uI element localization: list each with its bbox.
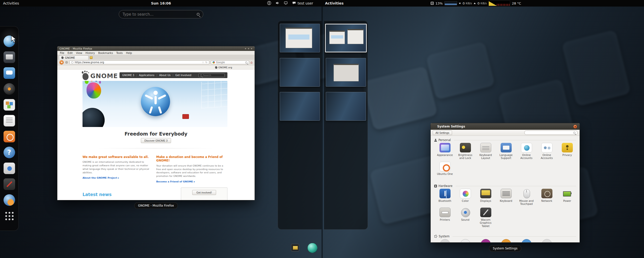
discover-gnome3-button[interactable]: Discover GNOME 3: [141, 138, 171, 143]
settings-item-language-support[interactable]: Language Support: [496, 143, 516, 160]
forward-button[interactable]: [65, 61, 68, 64]
workspace-thumbnail-5[interactable]: [280, 92, 320, 121]
gnome-logo[interactable]: GNOME: [83, 72, 118, 80]
menu-view[interactable]: View: [76, 51, 82, 54]
bookmark-star-icon[interactable]: ☆: [202, 61, 204, 64]
settings-item-power[interactable]: Power: [557, 189, 577, 206]
show-applications-button[interactable]: [4, 210, 15, 222]
dash-item-system-tool[interactable]: [4, 178, 15, 190]
system-item-icon-partial[interactable]: [521, 239, 532, 243]
workspace-thumbnail-3[interactable]: [280, 58, 320, 87]
settings-titlebar[interactable]: System Settings: [431, 123, 580, 130]
temperature-value[interactable]: 28 °C: [512, 2, 521, 5]
close-button[interactable]: [251, 48, 253, 50]
settings-item-privacy[interactable]: Privacy: [557, 143, 577, 160]
volume-icon[interactable]: [275, 1, 279, 6]
display-input-icon[interactable]: [284, 1, 288, 6]
user-menu[interactable]: test user: [292, 1, 313, 6]
about-gnome-link[interactable]: About the GNOME Project ▸: [83, 176, 119, 179]
settings-search-input[interactable]: [527, 131, 573, 134]
settings-item-keyboard-layout[interactable]: Keyboard Layout: [475, 143, 496, 160]
dash-item-photo-manager[interactable]: [4, 99, 15, 111]
system-item-icon-partial[interactable]: [440, 239, 450, 243]
reload-icon[interactable]: ↻: [205, 61, 207, 64]
activities-button-left[interactable]: Activities: [2, 0, 21, 7]
workspace-thumbnail-6[interactable]: [326, 92, 366, 121]
bookmark-gnome-org[interactable]: GNOME.org: [214, 66, 233, 69]
nav-about-us[interactable]: About Us: [159, 74, 171, 77]
firefox-titlebar[interactable]: GNOME - Mozilla Firefox: [57, 46, 255, 51]
search-go-icon[interactable]: [245, 61, 247, 63]
minimize-button[interactable]: [245, 48, 247, 50]
settings-item-brightness-and-lock[interactable]: Brightness and Lock: [455, 143, 475, 160]
nav-get-involved[interactable]: Get Involved: [175, 74, 191, 77]
maximize-button[interactable]: [248, 48, 250, 50]
settings-item-mouse-and-touchpad[interactable]: Mouse and Touchpad: [516, 189, 537, 206]
dash-item-chat[interactable]: [4, 67, 15, 79]
web-search-input[interactable]: [216, 61, 244, 64]
settings-item-displays[interactable]: Displays: [475, 189, 496, 206]
clock[interactable]: Sun 16:06: [149, 0, 172, 7]
system-settings-window[interactable]: System Settings All Settings Personal Ap…: [430, 123, 580, 243]
menu-bookmarks[interactable]: Bookmarks: [98, 51, 113, 54]
menu-tools[interactable]: Tools: [116, 51, 123, 54]
nav-gnome3[interactable]: GNOME 3: [122, 74, 134, 77]
firefox-window[interactable]: GNOME - Mozilla Firefox File Edit View H…: [57, 46, 255, 200]
firefox-menubar: File Edit View History Bookmarks Tools H…: [57, 51, 255, 55]
dash-item-media-player[interactable]: [4, 83, 15, 95]
dash-item-mail[interactable]: [4, 51, 15, 63]
settings-item-sound[interactable]: Sound: [455, 208, 475, 228]
cpu-history-graph[interactable]: [445, 1, 457, 5]
dash-item-help[interactable]: ?: [4, 147, 15, 158]
workspace-thumbnail-4[interactable]: [326, 58, 366, 87]
dash-item-document-viewer[interactable]: [4, 115, 15, 126]
menu-edit[interactable]: Edit: [68, 51, 73, 54]
net-down-value[interactable]: 0: [463, 2, 465, 5]
friend-of-gnome-link[interactable]: Become a Friend of GNOME ▸: [156, 180, 195, 183]
dash-item-internet-app[interactable]: [4, 194, 15, 206]
net-up-value[interactable]: 0: [477, 2, 479, 5]
settings-item-keyboard[interactable]: Keyboard: [496, 189, 516, 206]
system-item-icon-partial[interactable]: [542, 239, 552, 243]
close-button[interactable]: [573, 125, 577, 128]
settings-item-appearance[interactable]: Appearance: [435, 143, 455, 160]
workspace-thumbnail-1[interactable]: [280, 24, 320, 52]
back-button[interactable]: [59, 60, 64, 64]
settings-item-ubuntu-one[interactable]: Ubuntu One: [435, 162, 455, 175]
personal-grid: Appearance Brightness and Lock Keyboard …: [435, 143, 577, 175]
tray-windows-icon[interactable]: [291, 244, 299, 251]
settings-item-network[interactable]: Network: [537, 189, 557, 206]
workspace-thumbnail-2-active[interactable]: [325, 24, 367, 52]
accessibility-icon[interactable]: [267, 1, 271, 6]
system-item-icon-partial[interactable]: [460, 239, 470, 243]
settings-item-color[interactable]: Color: [455, 189, 475, 206]
settings-item-bluetooth[interactable]: Bluetooth: [435, 189, 455, 206]
menu-help[interactable]: Help: [126, 51, 132, 54]
settings-item-online-accounts-2[interactable]: Online Accounts: [537, 143, 557, 160]
temperature-graph[interactable]: [489, 1, 510, 6]
hero-dark-sphere: [83, 108, 105, 127]
settings-item-wacom-graphics-tablet[interactable]: Wacom Graphics Tablet: [475, 208, 496, 228]
nav-applications[interactable]: Applications: [139, 74, 154, 77]
dash-item-software-center[interactable]: [4, 131, 15, 142]
menu-file[interactable]: File: [60, 51, 64, 54]
dash-item-music-player[interactable]: [4, 163, 15, 174]
menu-history[interactable]: History: [86, 51, 95, 54]
cpu-percent[interactable]: 13%: [435, 2, 443, 5]
get-involved-button[interactable]: Get involved!: [192, 190, 216, 195]
system-item-icon-partial[interactable]: [501, 239, 511, 243]
overview-search-input[interactable]: [123, 12, 197, 17]
tray-orb-icon[interactable]: [307, 243, 317, 253]
settings-item-printers[interactable]: Printers: [435, 208, 455, 228]
site-search-input[interactable]: [203, 74, 223, 77]
home-button[interactable]: ⌂: [251, 61, 253, 64]
site-identity-icon[interactable]: [71, 61, 73, 63]
url-input[interactable]: [75, 61, 200, 64]
settings-item-label: Appearance: [437, 153, 453, 156]
all-settings-button[interactable]: All Settings: [433, 131, 452, 135]
activities-button-right[interactable]: Activities: [324, 0, 345, 7]
system-item-icon-partial[interactable]: [481, 239, 491, 243]
tab-gnome[interactable]: GNOME: [59, 55, 89, 60]
settings-item-online-accounts[interactable]: Online Accounts: [516, 143, 537, 160]
search-engine-icon[interactable]: [213, 61, 215, 63]
